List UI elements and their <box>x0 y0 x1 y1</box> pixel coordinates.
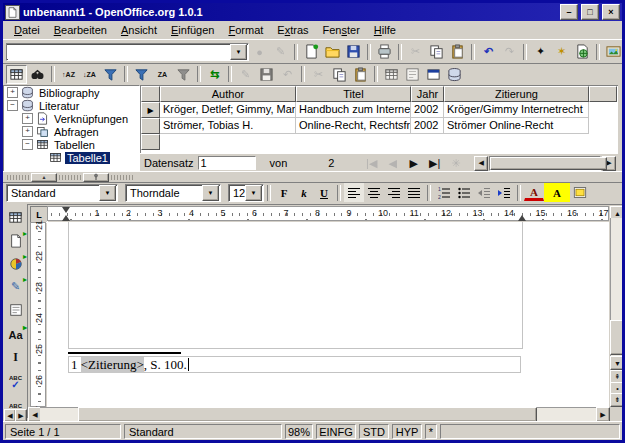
left-indent-marker[interactable] <box>62 207 71 220</box>
insert-table-icon[interactable] <box>5 208 26 227</box>
size-dropdown-icon[interactable]: ▼ <box>245 185 262 201</box>
paragraph-style-combobox[interactable]: Standard ▼ <box>6 184 118 202</box>
remove-filter-icon[interactable] <box>173 65 194 84</box>
align-left-button[interactable] <box>344 183 364 202</box>
vertical-scrollbar-thumb[interactable] <box>610 320 625 355</box>
horizontal-scrollbar[interactable]: ◀ ▶ <box>28 407 617 420</box>
tree-item-tabelle1[interactable]: Tabelle1 <box>4 151 139 164</box>
open-icon[interactable] <box>322 42 343 61</box>
bold-button[interactable]: F <box>274 183 294 202</box>
style-dropdown-icon[interactable]: ▼ <box>99 185 116 201</box>
status-hyperlink-mode[interactable]: HYP <box>392 424 422 439</box>
grid-cell[interactable]: Handbuch zum Internetre <box>296 102 411 118</box>
url-dropdown-icon[interactable]: ▼ <box>230 44 247 60</box>
right-indent-marker[interactable] <box>518 214 527 221</box>
grid-cell[interactable]: Strömer Online-Recht <box>444 118 589 134</box>
menu-einfügen[interactable]: Einfügen <box>164 22 221 38</box>
table-row[interactable]: ▶Kröger, Detlef; Gimmy, Marc AHandbuch z… <box>141 102 618 118</box>
copy-icon[interactable] <box>329 65 350 84</box>
menu-bearbeiten[interactable]: Bearbeiten <box>47 22 114 38</box>
paragraph-background-button[interactable] <box>570 183 590 202</box>
row-marker-cell[interactable] <box>141 118 160 134</box>
status-selection-mode[interactable]: STD <box>359 424 389 439</box>
grid-cell[interactable]: Kröger/Gimmy Internetrecht <box>444 102 589 118</box>
stop-icon[interactable]: ● <box>249 42 270 61</box>
find-record-icon[interactable] <box>27 65 48 84</box>
record-number-input[interactable] <box>198 156 256 170</box>
maximize-button[interactable]: □ <box>581 4 599 20</box>
refresh-icon[interactable]: ⇆ <box>204 65 225 84</box>
sort-icon[interactable]: ZA <box>152 65 173 84</box>
mail-merge-icon[interactable] <box>423 65 444 84</box>
highlighting-button[interactable]: A <box>544 183 570 202</box>
expand-icon[interactable]: + <box>7 87 18 98</box>
align-right-button[interactable] <box>384 183 404 202</box>
undo-data-entry-icon[interactable]: ↶ <box>277 65 298 84</box>
scroll-down-icon[interactable]: ▼ <box>610 356 625 370</box>
font-dropdown-icon[interactable]: ▼ <box>202 185 219 201</box>
tree-item-abfragen[interactable]: +Abfragen <box>4 125 139 138</box>
direct-cursor-icon[interactable]: I <box>5 348 26 367</box>
menu-ansicht[interactable]: Ansicht <box>114 22 164 38</box>
autotext-icon[interactable]: Aa <box>5 325 26 344</box>
footnote-area[interactable]: 1 <Zitierung>, S. 100. <box>68 356 521 373</box>
grid-column-header[interactable]: Zitierung <box>444 86 589 102</box>
tree-item-bibliography[interactable]: +Bibliography <box>4 86 139 99</box>
print-icon[interactable] <box>374 42 395 61</box>
document-canvas[interactable]: 1 <Zitierung>, S. 100. <box>47 222 609 407</box>
record-scroll-left-icon[interactable]: ◀ <box>474 156 488 171</box>
show-draw-functions-icon[interactable]: ✎ <box>5 277 26 296</box>
record-scrollbar-thumb[interactable] <box>490 157 607 170</box>
redo-icon[interactable]: ↷ <box>499 42 520 61</box>
cut-icon[interactable]: ✂ <box>405 42 426 61</box>
insert-icon[interactable] <box>5 231 26 250</box>
row-marker-cell[interactable]: ▶ <box>141 102 160 118</box>
last-record-icon[interactable]: ▶| <box>424 154 445 173</box>
grid-column-header[interactable]: Author <box>160 86 296 102</box>
navigator-icon[interactable]: ✦ <box>530 42 551 61</box>
horizontal-scrollbar-thumb[interactable] <box>78 407 537 422</box>
grid-column-header[interactable]: Titel <box>296 86 411 102</box>
status-insert-mode[interactable]: EINFG <box>316 424 356 439</box>
tree-item-verknüpfungen[interactable]: +Verknüpfungen <box>4 112 139 125</box>
font-size-combobox[interactable]: 12 ▼ <box>228 184 264 202</box>
url-combobox[interactable]: ▼ <box>6 43 249 61</box>
new-document-icon[interactable] <box>301 42 322 61</box>
save-record-icon[interactable] <box>256 65 277 84</box>
tree-item-literatur[interactable]: −Literatur <box>4 99 139 112</box>
next-record-icon[interactable]: ▶ <box>403 154 424 173</box>
standard-filter-icon[interactable] <box>131 65 152 84</box>
decrease-indent-button[interactable] <box>474 183 494 202</box>
scroll-right-icon[interactable]: ▶ <box>596 407 610 422</box>
data-to-fields-icon[interactable] <box>402 65 423 84</box>
url-input[interactable] <box>7 45 230 59</box>
paste-icon[interactable] <box>447 42 468 61</box>
expand-icon[interactable]: + <box>22 113 33 124</box>
expand-icon[interactable]: + <box>22 126 33 137</box>
first-record-icon[interactable]: |◀ <box>361 154 382 173</box>
form-functions-icon[interactable] <box>5 300 26 319</box>
row-marker-cell-empty[interactable] <box>141 134 160 150</box>
vertical-scrollbar[interactable]: ▲ ▼ ⇞ • ⇟ <box>610 206 623 407</box>
collapse-icon[interactable]: − <box>22 139 33 150</box>
sort-descending-icon[interactable]: ↓ZA <box>79 65 100 84</box>
paste-icon[interactable] <box>350 65 371 84</box>
autopilot-icon[interactable]: ✶ <box>551 42 572 61</box>
undo-icon[interactable]: ↶ <box>478 42 499 61</box>
data-to-text-icon[interactable] <box>381 65 402 84</box>
grid-cell[interactable]: 2002 <box>411 118 444 134</box>
italic-button[interactable]: k <box>294 183 314 202</box>
increase-indent-button[interactable] <box>494 183 514 202</box>
font-name-combobox[interactable]: Thorndale ▼ <box>125 184 221 202</box>
sort-ascending-icon[interactable]: ↑AZ <box>58 65 79 84</box>
title-bar[interactable]: unbenannt1 - OpenOffice.org 1.0.1 – □ × <box>3 3 622 21</box>
bullet-list-button[interactable] <box>454 183 474 202</box>
numbered-list-button[interactable]: 12 <box>434 183 454 202</box>
autofilter-icon[interactable] <box>100 65 121 84</box>
save-icon[interactable] <box>343 42 364 61</box>
minimize-button[interactable]: – <box>560 4 578 20</box>
next-page-icon[interactable]: ⇟ <box>610 393 625 407</box>
table-data-view-icon[interactable] <box>6 65 27 84</box>
menu-extras[interactable]: Extras <box>270 22 315 38</box>
menu-hilfe[interactable]: Hilfe <box>367 22 403 38</box>
